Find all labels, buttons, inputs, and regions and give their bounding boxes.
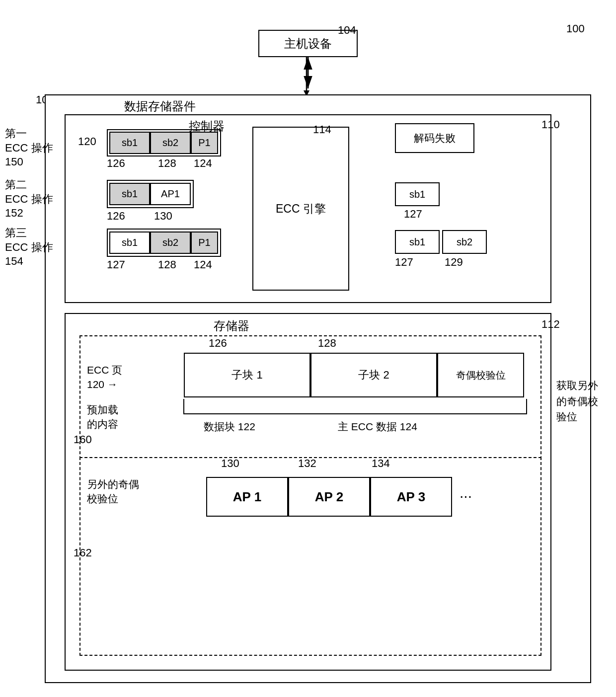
- ap1-box: AP 1: [206, 477, 288, 517]
- row1-group: [107, 129, 221, 156]
- first-ecc-label: 第一ECC 操作150: [5, 127, 53, 169]
- preload-label: 预加载的内容: [87, 402, 118, 432]
- out2-sb1-label: sb1: [409, 236, 425, 248]
- ref-132: 132: [298, 457, 316, 470]
- third-ecc-label: 第三ECC 操作154: [5, 226, 53, 269]
- ref-128-row3: 128: [158, 258, 176, 271]
- second-ecc-label: 第二ECC 操作152: [5, 178, 53, 221]
- extra-parity-right-label: 获取另外的奇偶校验位: [556, 378, 616, 425]
- out-sb1-label: sb1: [409, 189, 425, 200]
- extra-parity-left-label: 另外的奇偶校验位: [87, 477, 139, 506]
- out2-sb2-label: sb2: [457, 236, 472, 248]
- ref-130-row2: 130: [154, 210, 172, 223]
- subblock2-box: 子块 2: [310, 353, 437, 397]
- ecc-engine-box: ECC 引擎: [252, 127, 349, 291]
- ecc-engine-label: ECC 引擎: [276, 201, 326, 217]
- subblock2-label: 子块 2: [358, 368, 389, 383]
- ap1-label: AP 1: [233, 489, 261, 505]
- ref-127-row3: 127: [107, 258, 125, 271]
- decode-fail-box: 解码失败: [395, 123, 474, 153]
- host-device-label: 主机设备: [284, 36, 332, 52]
- ref-124-row1: 124: [194, 157, 212, 170]
- data-block-label: 数据块 122: [204, 420, 255, 434]
- ref-127-out1: 127: [404, 208, 422, 221]
- ref-129-out: 129: [445, 256, 463, 269]
- ap2-box: AP 2: [288, 477, 370, 517]
- ref-160: 160: [74, 433, 92, 446]
- memory-label: 存储器: [214, 318, 249, 334]
- ref-134: 134: [372, 457, 390, 470]
- row3-group: [107, 229, 221, 257]
- ap2-label: AP 2: [315, 489, 343, 505]
- ref-112: 112: [541, 318, 560, 331]
- ref-124-row3: 124: [194, 258, 212, 271]
- out2-sb2-box: sb2: [442, 230, 487, 254]
- ref-130: 130: [221, 457, 239, 470]
- subblock1-box: 子块 1: [184, 353, 310, 397]
- ref-128-mem: 128: [318, 337, 336, 350]
- ref-120-row1: 120: [78, 135, 96, 148]
- out-sb1-box: sb1: [395, 182, 440, 206]
- ref-104: 104: [338, 24, 356, 37]
- ap3-label: AP 3: [397, 489, 425, 505]
- ref-126-mem: 126: [209, 337, 227, 350]
- parity-label: 奇偶校验位: [456, 369, 506, 382]
- ref-114: 114: [313, 123, 331, 136]
- ref-162: 162: [74, 546, 92, 559]
- decode-fail-label: 解码失败: [414, 131, 456, 145]
- ap3-box: AP 3: [370, 477, 452, 517]
- row2-group: [107, 180, 194, 208]
- main-ecc-data-label: 主 ECC 数据 124: [338, 420, 417, 434]
- parity-box: 奇偶校验位: [437, 353, 524, 397]
- out2-sb1-box: sb1: [395, 230, 440, 254]
- subblock1-label: 子块 1: [231, 368, 262, 383]
- ecc-page-label: ECC 页120 →: [87, 363, 122, 392]
- ref-100: 100: [566, 22, 585, 35]
- ref-128-row1: 128: [158, 157, 176, 170]
- ref-126-row2: 126: [107, 210, 125, 223]
- data-storage-label: 数据存储器件: [124, 98, 196, 114]
- ref-127-out2: 127: [395, 256, 413, 269]
- ref-110: 110: [541, 118, 560, 131]
- ref-126-row1: 126: [107, 157, 125, 170]
- dots-label: ...: [460, 484, 472, 501]
